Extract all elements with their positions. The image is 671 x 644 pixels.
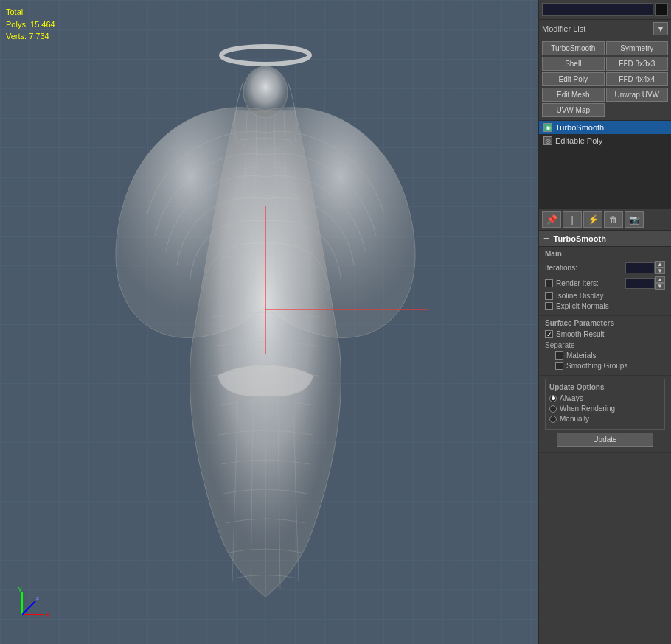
stack-item-turbosmooth[interactable]: ◉TurboSmooth	[539, 121, 671, 134]
when-rendering-row: When Rendering	[549, 405, 661, 413]
manually-row: Manually	[549, 415, 661, 423]
mod-btn-symmetry[interactable]: Symmetry	[606, 41, 669, 55]
smoothing-groups-row: Smoothing Groups	[555, 362, 665, 370]
angel-figure	[74, 22, 457, 612]
stack-item-icon: ◉	[543, 123, 552, 132]
svg-point-6	[243, 66, 288, 118]
modifier-list-dropdown[interactable]: ▼	[653, 22, 668, 35]
always-radio[interactable]	[549, 395, 557, 402]
viewport[interactable]: Total Polys: 15 464 Verts: 7 734	[0, 0, 538, 644]
isoline-row: Isoline Display	[545, 292, 665, 300]
ts-header[interactable]: − TurboSmooth	[539, 231, 671, 247]
turbosmooth-panel: − TurboSmooth Main Iterations: 1 ▲ ▼ Ren…	[539, 231, 671, 644]
render-iters-label: Render Iters:	[556, 279, 625, 287]
render-iters-up[interactable]: ▲	[655, 276, 665, 283]
isoline-label: Isoline Display	[556, 292, 603, 300]
svg-line-13	[22, 601, 35, 615]
iterations-label: Iterations:	[545, 264, 625, 272]
ts-update-section: Update Options Always When Rendering Man…	[539, 376, 671, 453]
stack-pin-button[interactable]: 📌	[542, 211, 561, 228]
manually-label: Manually	[560, 415, 589, 423]
iterations-input[interactable]: 1	[625, 262, 655, 273]
smoothing-groups-label: Smoothing Groups	[566, 362, 627, 370]
smooth-result-checkbox[interactable]	[545, 330, 553, 338]
stack-show-button[interactable]: 📷	[625, 211, 644, 228]
smooth-result-row: Smooth Result	[545, 330, 665, 338]
mod-btn-shell[interactable]: Shell	[542, 57, 605, 71]
render-iters-row: Render Iters: 0 ▲ ▼	[545, 276, 665, 290]
object-name-row: Angel	[539, 0, 671, 20]
object-name-input[interactable]: Angel	[542, 3, 653, 16]
object-color-box[interactable]	[655, 3, 668, 16]
modifier-list-row: Modifier List ▼	[539, 20, 671, 38]
modifier-stack: ◉TurboSmooth◎Editable Poly	[539, 121, 671, 209]
iterations-up[interactable]: ▲	[655, 261, 665, 267]
mod-btn-uvwmap[interactable]: UVW Map	[542, 103, 605, 117]
render-iters-checkbox[interactable]	[545, 279, 553, 287]
svg-text:y: y	[18, 585, 22, 592]
right-panel: Angel Modifier List ▼ TurboSmoothSymmetr…	[538, 0, 671, 644]
stack-make-unique-button[interactable]: ⚡	[583, 211, 602, 228]
stack-configure-button[interactable]: |	[563, 211, 582, 228]
materials-label: Materials	[566, 351, 597, 360]
surface-params-label: Surface Parameters	[545, 319, 665, 327]
manually-radio[interactable]	[549, 416, 557, 423]
materials-row: Materials	[555, 351, 665, 360]
chevron-down-icon: ▼	[657, 24, 665, 33]
mod-btn-ffd333[interactable]: FFD 3x3x3	[606, 57, 669, 71]
mod-btn-unwrapuvw[interactable]: Unwrap UVW	[606, 88, 669, 102]
stack-item-icon: ◎	[543, 136, 552, 145]
modifier-buttons: TurboSmoothSymmetryShellFFD 3x3x3Edit Po…	[539, 38, 671, 121]
mod-btn-turbosmooth[interactable]: TurboSmooth	[542, 41, 605, 55]
svg-point-0	[221, 46, 310, 64]
iterations-row: Iterations: 1 ▲ ▼	[545, 261, 665, 274]
update-button[interactable]: Update	[557, 433, 653, 447]
collapse-icon: −	[543, 233, 549, 244]
stack-toolbar: 📌 | ⚡ 🗑 📷	[539, 209, 671, 231]
smoothing-groups-checkbox[interactable]	[555, 362, 563, 370]
ts-surface-section: Surface Parameters Smooth Result Separat…	[539, 316, 671, 376]
axis-indicator: x y z	[15, 585, 52, 622]
ts-header-title: TurboSmooth	[554, 234, 606, 243]
stack-remove-button[interactable]: 🗑	[604, 211, 623, 228]
stack-item-editable-poly[interactable]: ◎Editable Poly	[539, 134, 671, 147]
separate-label: Separate	[545, 341, 575, 349]
svg-text:z: z	[36, 595, 39, 601]
always-row: Always	[549, 394, 661, 402]
mod-btn-editpoly[interactable]: Edit Poly	[542, 72, 605, 86]
isoline-checkbox[interactable]	[545, 292, 553, 300]
mod-btn-editmesh[interactable]: Edit Mesh	[542, 88, 605, 102]
when-rendering-label: When Rendering	[560, 405, 615, 413]
always-label: Always	[560, 394, 583, 402]
update-options-label: Update Options	[549, 383, 661, 391]
ts-main-section: Main Iterations: 1 ▲ ▼ Render Iters: 0 ▲…	[539, 247, 671, 316]
svg-text:x: x	[46, 611, 49, 618]
polys-stat: Polys: 15 464	[6, 18, 55, 31]
explicit-normals-label: Explicit Normals	[556, 302, 609, 310]
materials-checkbox[interactable]	[555, 351, 563, 360]
explicit-normals-checkbox[interactable]	[545, 302, 553, 310]
explicit-normals-row: Explicit Normals	[545, 302, 665, 310]
mod-btn-ffd444[interactable]: FFD 4x4x4	[606, 72, 669, 86]
stats-overlay: Total Polys: 15 464 Verts: 7 734	[6, 6, 55, 43]
modifier-list-label: Modifier List	[542, 24, 653, 33]
verts-stat: Verts: 7 734	[6, 30, 55, 43]
stack-item-label: TurboSmooth	[555, 123, 604, 132]
smooth-result-label: Smooth Result	[556, 330, 605, 338]
total-label: Total	[6, 6, 55, 18]
when-rendering-radio[interactable]	[549, 405, 557, 413]
stack-item-label: Editable Poly	[555, 136, 602, 145]
render-iters-down[interactable]: ▼	[655, 283, 665, 290]
iterations-down[interactable]: ▼	[655, 267, 665, 274]
ts-main-label: Main	[545, 250, 665, 258]
render-iters-input[interactable]: 0	[625, 278, 655, 289]
